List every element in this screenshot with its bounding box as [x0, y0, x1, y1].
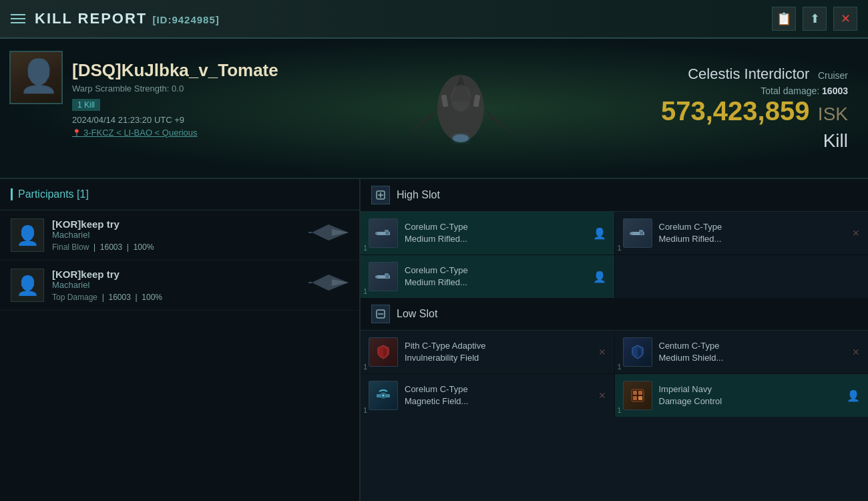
item-icon [369, 381, 398, 410]
svg-point-27 [385, 275, 389, 279]
victim-details: [DSQ]KuJlbka_v_Tomate Warp Scramble Stre… [72, 51, 278, 138]
remove-icon[interactable]: ✕ [852, 228, 860, 238]
svg-point-5 [451, 85, 471, 112]
kill-location[interactable]: 3-FKCZ < LI-BAO < Querious [72, 128, 278, 138]
low-slot-section: Low Slot 1 Pith C-Type AdaptiveInvulnera… [361, 298, 868, 417]
participant-stats: Top Damage | 16003 | 100% [52, 293, 300, 302]
low-slot-label: Low Slot [397, 308, 437, 320]
high-slot-grid: 1 Corelum C-TypeMedium Rifled... 👤 [361, 212, 868, 298]
item-icon [623, 337, 652, 367]
high-slot-icon [371, 186, 390, 204]
remove-icon[interactable]: ✕ [852, 347, 860, 357]
equipment-panel: High Slot 1 Corelum C-TypeMedium Rifled. [361, 179, 868, 501]
person-icon: 👤 [593, 271, 606, 283]
participant-ship: Machariel [52, 280, 300, 290]
svg-point-8 [453, 134, 469, 142]
item-icon [623, 381, 652, 410]
high-slot-header: High Slot [361, 179, 868, 212]
kill-date: 2024/04/14 21:23:20 UTC +9 [72, 115, 278, 125]
report-id: [ID:9424985] [152, 14, 219, 25]
victim-name: [DSQ]KuJlbka_v_Tomate [72, 60, 278, 81]
title-text: KILL REPORT [35, 10, 147, 27]
remove-icon[interactable]: ✕ [598, 390, 606, 401]
participant-item[interactable]: 👤 [KOR]keep try Machariel Top Damage | 1… [0, 261, 359, 311]
slot-item-empty [615, 255, 869, 298]
victim-info-section: [DSQ]KuJlbka_v_Tomate Warp Scramble Stre… [0, 39, 288, 178]
victim-panel: [DSQ]KuJlbka_v_Tomate Warp Scramble Stre… [0, 39, 868, 179]
stat-label: Top Damage [52, 293, 97, 302]
svg-point-23 [640, 231, 644, 235]
participants-header: Participants [1] [0, 179, 359, 210]
header-bar-accent [11, 188, 13, 200]
svg-point-31 [382, 394, 385, 397]
svg-point-19 [385, 231, 389, 235]
stat-percent: 100% [134, 242, 154, 252]
avatar-image [11, 51, 61, 104]
copy-button[interactable]: 📋 [772, 7, 796, 31]
participant-name: [KOR]keep try [52, 269, 300, 280]
slot-item[interactable]: 1 Corelum C-TypeMedium Rifled... ✕ [615, 212, 869, 255]
isk-line: 573,423,859 ISK [661, 96, 848, 126]
page-title: KILL REPORT [ID:9424985] [35, 10, 763, 27]
participant-ship-icon [308, 271, 349, 301]
kills-badge: 1 Kill [72, 99, 100, 111]
participant-info: [KOR]keep try Machariel Final Blow | 160… [52, 218, 300, 252]
item-icon [623, 218, 652, 248]
slot-item[interactable]: 1 Corelum C-TypeMagnetic Field... ✕ [361, 374, 614, 417]
damage-line: Total damage: 16003 [761, 86, 848, 96]
stat-damage: 16003 [100, 242, 122, 252]
slot-item[interactable]: 1 Corelum C-TypeMedium Rifled... 👤 [361, 212, 614, 255]
main-content: Participants [1] 👤 [KOR]keep try Machari… [0, 179, 868, 501]
header: KILL REPORT [ID:9424985] 📋 ⬆ ✕ [0, 0, 868, 39]
participants-panel: Participants [1] 👤 [KOR]keep try Machari… [0, 179, 361, 501]
ship-stats: Celestis Interdictor Cruiser Total damag… [634, 39, 868, 178]
participant-avatar: 👤 [11, 269, 44, 302]
low-slot-icon [371, 305, 390, 323]
damage-value: 16003 [822, 86, 848, 96]
stat-percent: 100% [142, 293, 162, 302]
slot-item[interactable]: 1 Corelum C-TypeMedium Rifled... 👤 [361, 255, 614, 298]
victim-avatar [9, 51, 63, 104]
participant-ship-icon [308, 220, 349, 251]
slot-item[interactable]: 1 Pith C-Type AdaptiveInvulnerability Fi… [361, 331, 614, 373]
participant-stats: Final Blow | 16003 | 100% [52, 242, 300, 252]
svg-rect-18 [375, 232, 379, 234]
remove-icon[interactable]: ✕ [598, 347, 606, 357]
header-actions: 📋 ⬆ ✕ [772, 7, 857, 31]
participant-info: [KOR]keep try Machariel Top Damage | 160… [52, 269, 300, 302]
ship-silhouette [394, 48, 527, 168]
svg-rect-33 [633, 391, 637, 395]
svg-rect-22 [630, 232, 633, 234]
participant-ship: Machariel [52, 230, 300, 240]
ship-image-area [288, 39, 634, 178]
menu-button[interactable] [11, 14, 25, 23]
svg-rect-36 [638, 396, 642, 400]
slot-item[interactable]: 1 Imperial NavyDamage Control 👤 [615, 374, 869, 417]
participant-avatar: 👤 [11, 218, 44, 252]
ship-name: Celestis Interdictor [688, 65, 809, 82]
stat-damage: 16003 [109, 293, 131, 302]
item-icon [369, 218, 398, 248]
person-icon: 👤 [847, 389, 860, 402]
svg-rect-34 [638, 391, 642, 395]
participant-name: [KOR]keep try [52, 218, 300, 230]
ship-name-line: Celestis Interdictor Cruiser [688, 65, 848, 83]
ship-type: Cruiser [818, 70, 848, 81]
slot-item[interactable]: 1 Centum C-TypeMedium Shield... ✕ [615, 331, 869, 373]
person-icon: 👤 [593, 227, 606, 240]
isk-value: 573,423,859 [661, 96, 809, 126]
close-button[interactable]: ✕ [833, 7, 857, 31]
participants-title: Participants [1] [18, 188, 89, 200]
item-icon [369, 262, 398, 291]
svg-rect-35 [633, 396, 637, 400]
participant-item[interactable]: 👤 [KOR]keep try Machariel Final Blow | 1… [0, 210, 359, 261]
low-slot-grid: 1 Pith C-Type AdaptiveInvulnerability Fi… [361, 331, 868, 417]
warp-scramble: Warp Scramble Strength: 0.0 [72, 84, 278, 94]
export-button[interactable]: ⬆ [803, 7, 827, 31]
high-slot-label: High Slot [397, 189, 440, 201]
result-label: Kill [823, 130, 848, 152]
damage-label: Total damage: [761, 86, 819, 96]
svg-rect-26 [375, 276, 379, 278]
stat-label: Final Blow [52, 242, 89, 252]
isk-label: ISK [818, 104, 848, 124]
